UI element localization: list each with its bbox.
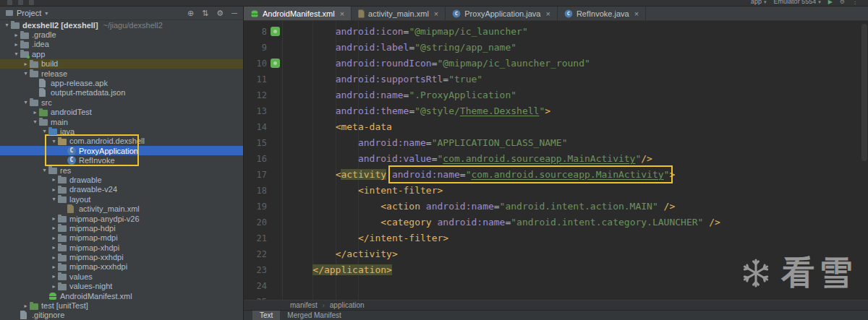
- editor-tab-activity-main-xml[interactable]: activity_main.xml×: [352, 7, 446, 20]
- tree-item-mipmap-hdpi[interactable]: ▸mipmap-hdpi: [0, 223, 243, 233]
- code-line[interactable]: android:icon="@mipmap/ic_launcher": [290, 24, 868, 40]
- code-line[interactable]: android:roundIcon="@mipmap/ic_launcher_r…: [290, 56, 868, 72]
- code-line[interactable]: android:theme="@style/Theme.Dexshell">: [290, 103, 868, 119]
- tree-item-gradle[interactable]: ▸.gradle: [0, 30, 243, 39]
- expand-arrow[interactable]: ▾: [41, 128, 48, 134]
- tree-item-src[interactable]: ▾src: [0, 98, 243, 107]
- expand-arrow[interactable]: ▸: [22, 303, 30, 309]
- run-config-selector[interactable]: app ▾: [751, 0, 767, 6]
- expand-arrow[interactable]: ▸: [50, 215, 58, 222]
- collapse-all-icon[interactable]: ⇅: [202, 9, 208, 18]
- bottom-tab-merged-manifest[interactable]: Merged Manifest: [280, 311, 348, 320]
- locate-file-icon[interactable]: ⊕: [187, 9, 194, 18]
- tree-item-mipmap-xhdpi[interactable]: ▸mipmap-xhdpi: [0, 243, 243, 252]
- expand-arrow[interactable]: ▸: [50, 254, 58, 261]
- tree-item-mipmap-anydpi-v26[interactable]: ▸mipmap-anydpi-v26: [0, 214, 243, 223]
- expand-arrow[interactable]: ▸: [50, 244, 58, 251]
- code-line[interactable]: [290, 294, 868, 300]
- expand-arrow[interactable]: ▸: [31, 109, 39, 116]
- tree-item-com-android-dexshell[interactable]: ▾com.android.dexshell: [0, 137, 243, 146]
- code-line[interactable]: </activity>: [290, 246, 868, 262]
- tree-item-values-night[interactable]: ▸values-night: [0, 282, 243, 291]
- tree-item-mipmap-xxxhdpi[interactable]: ▸mipmap-xxxhdpi: [0, 262, 243, 272]
- tab-close-icon[interactable]: ×: [545, 9, 550, 18]
- code-line[interactable]: <activity android:name="com.android.sour…: [290, 167, 868, 183]
- tree-item-values[interactable]: ▸values: [0, 272, 243, 281]
- tree-item-refinvoke[interactable]: RefInvoke: [0, 155, 243, 165]
- expand-arrow[interactable]: ▸: [50, 264, 58, 270]
- tab-close-icon[interactable]: ×: [434, 9, 438, 18]
- run-button[interactable]: ▶: [828, 0, 833, 6]
- menu-icon[interactable]: [29, 0, 34, 5]
- more-icon[interactable]: ⋮: [852, 0, 858, 6]
- code-line[interactable]: android:name="APPLICATION_CLASS_NAME": [290, 135, 868, 151]
- tree-item-proxyapplication[interactable]: ProxyApplication: [0, 146, 243, 155]
- menu-icon[interactable]: [18, 0, 23, 5]
- code-line[interactable]: android:name=".ProxyApplication": [290, 87, 868, 103]
- tab-close-icon[interactable]: ×: [340, 9, 344, 18]
- tree-item-drawable-v24[interactable]: ▸drawable-v24: [0, 185, 243, 194]
- expand-arrow[interactable]: ▸: [22, 61, 30, 67]
- expand-arrow[interactable]: ▾: [22, 99, 30, 105]
- project-view-title[interactable]: Project: [17, 9, 41, 17]
- code-line[interactable]: android:value="com.android.sourceapp.Mai…: [290, 151, 868, 167]
- menu-icon[interactable]: [7, 0, 12, 5]
- code-line[interactable]: <meta-data: [290, 119, 868, 135]
- tree-item-drawable[interactable]: ▸drawable: [0, 175, 243, 184]
- tree-item-build[interactable]: ▸build: [0, 59, 243, 69]
- expand-arrow[interactable]: ▸: [50, 235, 58, 241]
- expand-arrow[interactable]: ▸: [50, 176, 58, 183]
- editor-tab-androidmanifest-xml[interactable]: AndroidManifest.xml×: [244, 7, 352, 20]
- tree-item-layout[interactable]: ▾layout: [0, 194, 243, 204]
- expand-arrow[interactable]: ▾: [22, 70, 30, 77]
- breadcrumb-item-manifest[interactable]: manifest: [290, 301, 318, 309]
- tree-item-gitignore[interactable]: .gitignore: [0, 311, 243, 320]
- expand-arrow[interactable]: ▾: [12, 51, 20, 57]
- code-line[interactable]: android:label="@string/app_name": [290, 40, 868, 56]
- tree-item-idea[interactable]: ▸.idea: [0, 40, 243, 49]
- tree-item-mipmap-mdpi[interactable]: ▸mipmap-mdpi: [0, 233, 243, 243]
- tree-item-dexshell2-dexshell[interactable]: ▾dexshell2 [dexshell]~/jiagu/dexshell2: [0, 20, 243, 30]
- expand-arrow[interactable]: ▸: [12, 41, 20, 48]
- expand-arrow[interactable]: ▾: [41, 167, 48, 173]
- expand-arrow[interactable]: ▾: [50, 196, 58, 202]
- code-line[interactable]: android:supportsRtl="true": [290, 72, 868, 87]
- expand-arrow[interactable]: ▸: [50, 283, 58, 290]
- bottom-tab-text[interactable]: Text: [252, 311, 280, 320]
- expand-arrow[interactable]: ▸: [12, 32, 20, 38]
- tree-item-app[interactable]: ▾app: [0, 49, 243, 59]
- editor-scrollbar[interactable]: [861, 24, 867, 161]
- gear-icon[interactable]: ⚙: [216, 9, 224, 18]
- code-line[interactable]: </intent-filter>: [290, 230, 868, 246]
- tree-item-app-release-apk[interactable]: app-release.apk: [0, 78, 243, 87]
- editor-tab-proxyapplication-java[interactable]: ProxyApplication.java×: [446, 7, 558, 20]
- expand-arrow[interactable]: ▸: [50, 225, 58, 231]
- code-line[interactable]: </application>: [290, 262, 868, 278]
- expand-arrow[interactable]: ▾: [3, 22, 11, 28]
- expand-arrow[interactable]: ▸: [50, 273, 58, 280]
- code-line[interactable]: <category android:name="android.intent.c…: [290, 215, 868, 230]
- tree-item-main[interactable]: ▾main: [0, 117, 243, 126]
- tree-item-androidtest[interactable]: ▸androidTest: [0, 108, 243, 117]
- chevron-down-icon[interactable]: ▾: [45, 10, 48, 17]
- code-line[interactable]: [290, 278, 868, 294]
- tree-item-test-unittest[interactable]: ▸test [unitTest]: [0, 300, 243, 310]
- tree-item-androidmanifest-xml[interactable]: AndroidManifest.xml: [0, 291, 243, 300]
- expand-arrow[interactable]: ▸: [50, 186, 58, 193]
- tree-item-res[interactable]: ▾res: [0, 165, 243, 175]
- code-area[interactable]: android:icon="@mipmap/ic_launcher" andro…: [283, 21, 868, 300]
- tree-item-output-metadata-json[interactable]: output-metadata.json: [0, 88, 243, 98]
- device-selector[interactable]: Emulator 5554 ▾: [774, 0, 821, 6]
- tree-item-activity-main-xml[interactable]: activity_main.xml: [0, 204, 243, 213]
- settings-gear-icon[interactable]: ⚙: [840, 0, 845, 6]
- code-line[interactable]: <intent-filter>: [290, 183, 868, 199]
- breadcrumb-item-application[interactable]: application: [330, 301, 365, 309]
- expand-arrow[interactable]: ▾: [50, 138, 58, 144]
- tab-close-icon[interactable]: ×: [634, 9, 639, 18]
- tree-item-java[interactable]: ▾java: [0, 126, 243, 136]
- editor-tab-refinvoke-java[interactable]: RefInvoke.java×: [558, 7, 646, 20]
- tree-item-mipmap-xxhdpi[interactable]: ▸mipmap-xxhdpi: [0, 252, 243, 261]
- hide-panel-icon[interactable]: ─: [231, 9, 237, 18]
- tree-item-release[interactable]: ▾release: [0, 69, 243, 78]
- code-line[interactable]: <action android:name="android.intent.act…: [290, 199, 868, 215]
